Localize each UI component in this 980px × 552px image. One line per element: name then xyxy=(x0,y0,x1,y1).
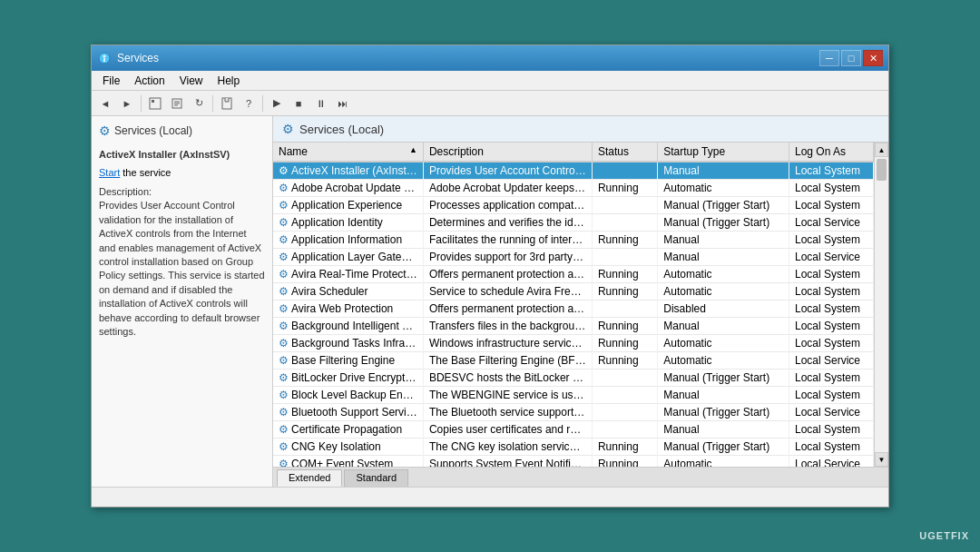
cell-desc: BDESVC hosts the BitLocker Driv... xyxy=(423,370,592,387)
content-area: ⚙ Services (Local) ActiveX Installer (Ax… xyxy=(92,116,888,487)
vertical-scrollbar[interactable]: ▲ ▼ xyxy=(874,143,888,467)
cell-desc: The Bluetooth service supports ... xyxy=(423,404,592,421)
tab-extended[interactable]: Extended xyxy=(277,469,342,487)
table-area: Name ▲ Description Status Startup Type L… xyxy=(273,143,888,467)
cell-logon: Local System xyxy=(789,421,873,439)
table-row[interactable]: ⚙Certificate PropagationCopies user cert… xyxy=(273,421,874,439)
menu-view[interactable]: View xyxy=(172,73,211,89)
col-header-status[interactable]: Status xyxy=(592,143,657,162)
service-icon: ⚙ xyxy=(279,233,289,246)
table-container[interactable]: Name ▲ Description Status Startup Type L… xyxy=(273,143,874,467)
cell-startup: Automatic xyxy=(658,266,789,283)
cell-startup: Manual (Trigger Start) xyxy=(658,214,789,232)
service-icon: ⚙ xyxy=(279,440,289,453)
cell-name: ⚙Block Level Backup Engine ... xyxy=(273,387,423,404)
cell-status xyxy=(592,370,657,387)
cell-startup: Automatic xyxy=(658,352,789,370)
table-row[interactable]: ⚙Adobe Acrobat Update Serv...Adobe Acrob… xyxy=(273,180,874,197)
table-row[interactable]: ⚙Block Level Backup Engine ...The WBENGI… xyxy=(273,387,874,404)
table-row[interactable]: ⚙Application Layer Gateway ...Provides s… xyxy=(273,249,874,266)
menu-help[interactable]: Help xyxy=(211,73,248,89)
col-header-logon[interactable]: Log On As xyxy=(789,143,873,162)
maximize-button[interactable]: □ xyxy=(841,50,861,66)
cell-name: ⚙COM+ Event System xyxy=(273,456,423,468)
properties-button[interactable] xyxy=(167,94,187,113)
table-row[interactable]: ⚙COM+ Event SystemSupports System Event … xyxy=(273,456,874,468)
service-icon: ⚙ xyxy=(279,216,289,229)
scroll-thumb[interactable] xyxy=(877,159,887,181)
table-row[interactable]: ⚙ActiveX Installer (AxInstSV)Provides Us… xyxy=(273,162,874,180)
cell-logon: Local System xyxy=(789,180,873,197)
refresh-button[interactable]: ↻ xyxy=(189,94,209,113)
window-icon xyxy=(97,51,112,65)
close-button[interactable]: ✕ xyxy=(863,50,883,66)
cell-startup: Manual xyxy=(658,318,789,335)
cell-startup: Manual (Trigger Start) xyxy=(658,439,789,456)
table-row[interactable]: ⚙Application InformationFacilitates the … xyxy=(273,232,874,249)
export-button[interactable] xyxy=(217,94,237,113)
table-row[interactable]: ⚙Background Tasks Infrastru...Windows in… xyxy=(273,335,874,352)
table-header-row: Name ▲ Description Status Startup Type L… xyxy=(273,143,874,162)
cell-logon: Local System xyxy=(789,318,873,335)
cell-startup: Manual xyxy=(658,162,789,180)
menu-file[interactable]: File xyxy=(95,73,127,89)
col-header-startup[interactable]: Startup Type xyxy=(658,143,789,162)
table-row[interactable]: ⚙Avira Real-Time ProtectionOffers perman… xyxy=(273,266,874,283)
table-row[interactable]: ⚙Application ExperienceProcesses applica… xyxy=(273,197,874,214)
cell-status xyxy=(592,421,657,439)
main-header-title: Services (Local) xyxy=(299,123,384,136)
cell-startup: Manual xyxy=(658,421,789,439)
start-button[interactable]: ▶ xyxy=(267,94,287,113)
main-header: ⚙ Services (Local) xyxy=(273,116,888,143)
status-bar xyxy=(92,487,888,507)
toolbar: ◄ ► ↻ ? ▶ ■ ⏸ ⏭ xyxy=(92,91,888,116)
tab-standard[interactable]: Standard xyxy=(344,469,408,487)
svg-rect-1 xyxy=(103,58,105,62)
pause-button[interactable]: ⏸ xyxy=(310,94,330,113)
table-row[interactable]: ⚙BitLocker Drive Encryption ...BDESVC ho… xyxy=(273,370,874,387)
menu-action[interactable]: Action xyxy=(127,73,172,89)
back-button[interactable]: ◄ xyxy=(95,94,115,113)
cell-desc: The WBENGINE service is used b... xyxy=(423,387,592,404)
restart-button[interactable]: ⏭ xyxy=(332,94,352,113)
cell-logon: Local Service xyxy=(789,249,873,266)
cell-name: ⚙Base Filtering Engine xyxy=(273,352,423,370)
help-button[interactable]: ? xyxy=(239,94,259,113)
table-row[interactable]: ⚙Bluetooth Support ServiceThe Bluetooth … xyxy=(273,404,874,421)
col-header-name[interactable]: Name ▲ xyxy=(273,143,423,162)
menu-bar: File Action View Help xyxy=(92,71,888,91)
cell-status: Running xyxy=(592,180,657,197)
cell-status: Running xyxy=(592,456,657,468)
stop-button[interactable]: ■ xyxy=(289,94,309,113)
sidebar-start-link[interactable]: Start xyxy=(99,167,120,178)
cell-logon: Local System xyxy=(789,266,873,283)
cell-name: ⚙Application Experience xyxy=(273,197,423,214)
cell-name: ⚙CNG Key Isolation xyxy=(273,439,423,456)
cell-desc: Provides support for 3rd party p... xyxy=(423,249,592,266)
cell-desc: The CNG key isolation service is ... xyxy=(423,439,592,456)
cell-startup: Manual (Trigger Start) xyxy=(658,404,789,421)
sidebar-title[interactable]: ⚙ Services (Local) xyxy=(95,120,269,142)
table-row[interactable]: ⚙Application IdentityDetermines and veri… xyxy=(273,214,874,232)
toolbar-sep-2 xyxy=(212,95,213,112)
scroll-track[interactable] xyxy=(875,157,888,452)
table-body: ⚙ActiveX Installer (AxInstSV)Provides Us… xyxy=(273,162,874,467)
table-row[interactable]: ⚙Avira SchedulerService to schedule Avir… xyxy=(273,283,874,301)
scroll-up-arrow[interactable]: ▲ xyxy=(875,143,888,157)
forward-button[interactable]: ► xyxy=(117,94,137,113)
cell-logon: Local System xyxy=(789,197,873,214)
table-row[interactable]: ⚙Avira Web ProtectionOffers permanent pr… xyxy=(273,301,874,318)
cell-startup: Manual xyxy=(658,232,789,249)
cell-status xyxy=(592,387,657,404)
cell-status: Running xyxy=(592,352,657,370)
cell-logon: Local Service xyxy=(789,456,873,468)
minimize-button[interactable]: ─ xyxy=(819,50,839,66)
scroll-down-arrow[interactable]: ▼ xyxy=(875,452,888,467)
sidebar-description: Description: Provides User Account Contr… xyxy=(95,182,269,342)
sidebar-icon: ⚙ xyxy=(99,123,111,138)
table-row[interactable]: ⚙Base Filtering EngineThe Base Filtering… xyxy=(273,352,874,370)
col-header-desc[interactable]: Description xyxy=(423,143,592,162)
table-row[interactable]: ⚙Background Intelligent Tran...Transfers… xyxy=(273,318,874,335)
table-row[interactable]: ⚙CNG Key IsolationThe CNG key isolation … xyxy=(273,439,874,456)
show-hide-button[interactable] xyxy=(145,94,165,113)
